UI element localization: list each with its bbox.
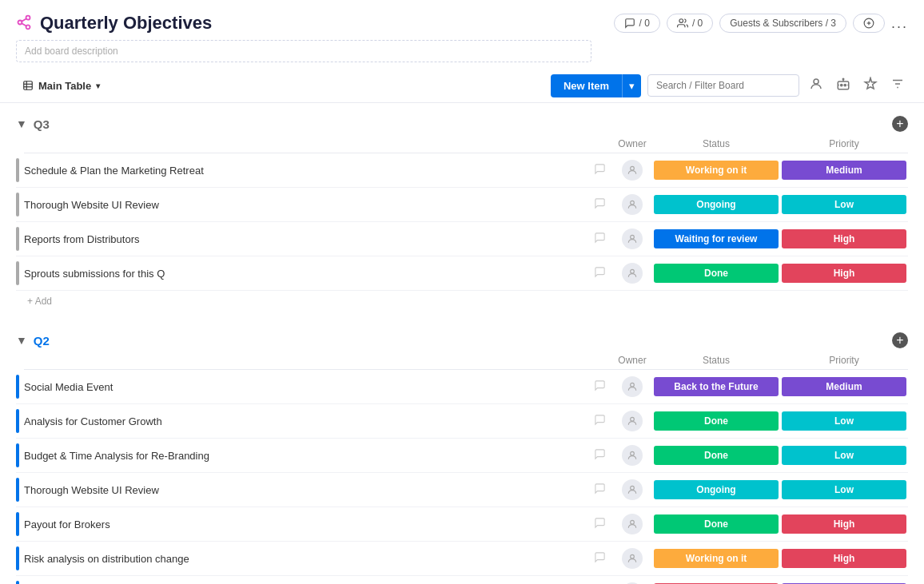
share-icon[interactable]: [16, 14, 32, 33]
task-name-cell: Reports from Distributors: [16, 222, 612, 256]
table-row[interactable]: Email Marketing Program Step #1 Stuck li…: [16, 576, 908, 584]
pin-icon[interactable]: [860, 73, 881, 97]
table-row[interactable]: Schedule & Plan the Marketing Retreat Wo…: [16, 153, 908, 188]
table-row[interactable]: Sprouts submissions for this Q Done High: [16, 256, 908, 291]
owner-cell: [612, 194, 652, 215]
status-cell[interactable]: Working on it: [652, 159, 780, 181]
avatar[interactable]: [622, 228, 643, 249]
group-add-col-q2[interactable]: +: [892, 332, 908, 348]
board-description[interactable]: Add board description: [16, 40, 591, 62]
status-badge[interactable]: Back to the Future: [654, 377, 779, 396]
group-chevron-q2[interactable]: ▼: [16, 334, 27, 347]
priority-badge[interactable]: Medium: [782, 377, 906, 396]
avatar[interactable]: [622, 263, 643, 284]
status-cell[interactable]: Waiting for review: [652, 228, 780, 250]
comment-icon[interactable]: [594, 266, 609, 280]
group-header-q3: ▼ Q3 +: [16, 111, 908, 135]
chevron-down-icon: ▾: [96, 81, 100, 90]
comment-icon[interactable]: [594, 517, 609, 531]
task-name: Payout for Brokers: [24, 518, 110, 530]
status-cell[interactable]: Ongoing: [652, 193, 780, 216]
status-cell[interactable]: Back to the Future: [652, 375, 780, 398]
new-item-button[interactable]: New Item: [551, 74, 622, 97]
svg-point-23: [631, 235, 635, 239]
table-row[interactable]: Social Media Event Back to the Future Me…: [16, 370, 908, 404]
status-badge[interactable]: Ongoing: [654, 480, 779, 499]
status-badge[interactable]: Working on it: [654, 549, 779, 568]
priority-badge[interactable]: High: [782, 549, 906, 568]
status-badge[interactable]: Done: [654, 264, 779, 283]
add-guest-button[interactable]: [853, 14, 885, 33]
priority-badge[interactable]: Medium: [782, 161, 906, 180]
table-row[interactable]: Payout for Brokers Done High: [16, 507, 908, 542]
status-cell[interactable]: Working on it: [652, 547, 780, 570]
activity-button[interactable]: / 0: [614, 14, 660, 33]
priority-cell[interactable]: Low: [780, 479, 908, 501]
comment-icon[interactable]: [594, 551, 609, 566]
table-header-q3: Owner Status Priority: [24, 135, 908, 153]
priority-cell[interactable]: High: [780, 262, 908, 284]
status-badge[interactable]: Ongoing: [654, 195, 779, 214]
new-item-dropdown-button[interactable]: ▾: [622, 74, 641, 97]
person-icon[interactable]: [806, 73, 826, 97]
priority-cell[interactable]: High: [780, 547, 908, 570]
avatar[interactable]: [622, 514, 643, 534]
comment-icon[interactable]: [594, 483, 609, 497]
priority-badge[interactable]: High: [782, 514, 906, 534]
more-options-button[interactable]: ...: [891, 15, 908, 32]
table-row[interactable]: Budget & Time Analysis for Re-Branding D…: [16, 439, 908, 473]
priority-badge[interactable]: High: [782, 264, 906, 283]
avatar[interactable]: [622, 376, 643, 397]
status-badge[interactable]: Working on it: [654, 161, 779, 180]
priority-badge[interactable]: Low: [782, 411, 906, 431]
priority-cell[interactable]: High: [780, 513, 908, 535]
comment-icon[interactable]: [594, 197, 609, 212]
comment-icon[interactable]: [594, 379, 609, 394]
priority-cell[interactable]: Medium: [780, 375, 908, 398]
status-cell[interactable]: Ongoing: [652, 479, 780, 501]
table-row[interactable]: Reports from Distributors Waiting for re…: [16, 222, 908, 256]
status-badge[interactable]: Done: [654, 446, 779, 465]
status-cell[interactable]: Done: [652, 262, 780, 284]
avatar[interactable]: [622, 445, 643, 466]
status-cell[interactable]: Done: [652, 513, 780, 535]
comment-icon[interactable]: [594, 232, 609, 246]
search-input[interactable]: [647, 74, 799, 97]
priority-cell[interactable]: Low: [780, 410, 908, 432]
avatar[interactable]: [622, 160, 643, 181]
status-badge[interactable]: Waiting for review: [654, 229, 779, 248]
main-table-button[interactable]: Main Table ▾: [16, 77, 106, 95]
comment-icon[interactable]: [594, 163, 609, 177]
priority-cell[interactable]: Low: [780, 444, 908, 467]
task-name-cell: Email Marketing Program Step #1: [16, 576, 612, 584]
group-chevron-q3[interactable]: ▼: [16, 117, 27, 130]
priority-cell[interactable]: Medium: [780, 159, 908, 181]
status-cell[interactable]: Done: [652, 410, 780, 432]
priority-badge[interactable]: Low: [782, 195, 906, 214]
comment-icon[interactable]: [594, 448, 609, 463]
status-badge[interactable]: Done: [654, 411, 779, 431]
group-add-col-q3[interactable]: +: [892, 116, 908, 132]
table-row[interactable]: Thorough Website UI Review Ongoing Low: [16, 188, 908, 222]
avatar[interactable]: [622, 411, 643, 431]
table-row[interactable]: Thorough Website UI Review Ongoing Low: [16, 473, 908, 507]
robot-icon[interactable]: [833, 73, 854, 97]
priority-cell[interactable]: Low: [780, 193, 908, 216]
priority-cell[interactable]: High: [780, 228, 908, 250]
filter-icon[interactable]: [887, 73, 908, 97]
team-button[interactable]: / 0: [667, 14, 713, 33]
add-item-q3[interactable]: + Add: [16, 291, 908, 312]
status-badge[interactable]: Done: [654, 514, 779, 534]
priority-badge[interactable]: Low: [782, 480, 906, 499]
avatar[interactable]: [622, 194, 643, 215]
table-row[interactable]: Analysis for Customer Growth Done Low: [16, 404, 908, 439]
avatar[interactable]: [622, 548, 643, 569]
owner-cell: [612, 548, 652, 569]
priority-badge[interactable]: Low: [782, 446, 906, 465]
status-cell[interactable]: Done: [652, 444, 780, 467]
priority-badge[interactable]: High: [782, 229, 906, 248]
avatar[interactable]: [622, 479, 643, 500]
comment-icon[interactable]: [594, 414, 609, 428]
table-row[interactable]: Risk analysis on distribution change Wor…: [16, 542, 908, 576]
guests-button[interactable]: Guests & Subscribers / 3: [719, 14, 846, 33]
